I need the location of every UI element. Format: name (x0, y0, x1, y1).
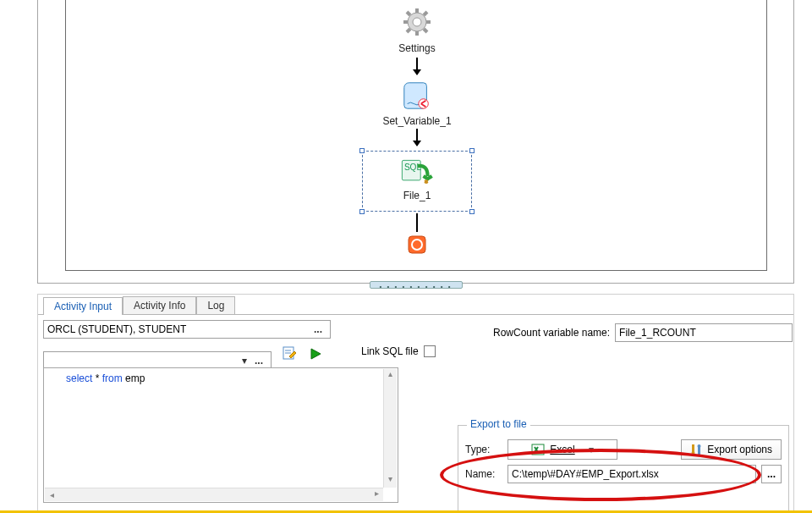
export-fieldset: Export to file Type: Excel ▾ (458, 425, 789, 513)
rowcount-row: RowCount variable name: File_1_RCOUNT (493, 323, 793, 342)
svg-line-6 (407, 12, 410, 15)
run-sql-button[interactable] (304, 345, 326, 363)
sql-export-icon: SQL (399, 156, 435, 186)
node-set-variable-label: Set_Variable_1 (375, 115, 459, 127)
tabs-bar: Activity Input Activity Info Log (38, 295, 793, 315)
dropdown-icon[interactable]: ▾ (239, 355, 250, 367)
connection-browse-button[interactable]: ... (310, 323, 326, 335)
scroll-up-icon[interactable]: ▴ (384, 369, 397, 383)
export-type-combo[interactable]: Excel ▾ (508, 439, 617, 460)
gear-icon (400, 5, 434, 39)
script-icon (401, 80, 433, 112)
scroll-right-icon[interactable]: ▸ (370, 488, 383, 498)
flow-connector-tail (416, 213, 418, 232)
link-sql-label: Link SQL file (361, 345, 419, 357)
rowcount-input[interactable]: File_1_RCOUNT (615, 323, 793, 342)
svg-point-22 (698, 444, 701, 448)
svg-line-7 (424, 29, 427, 32)
export-name-value: C:\temp\#DAY#EMP_Export.xlsx (512, 468, 659, 480)
sql-toolbar: ▾ ... (43, 344, 331, 370)
workflow-canvas-outer: Settings Set_Variable_1 (37, 0, 794, 284)
node-set-variable[interactable]: Set_Variable_1 (375, 80, 459, 127)
bottom-panel: Activity Input Activity Info Log ORCL (S… (37, 294, 794, 512)
tools-icon (690, 444, 702, 455)
tab-activity-input[interactable]: Activity Input (43, 297, 123, 315)
export-options-label: Export options (707, 444, 772, 455)
flow-arrow-1 (416, 58, 418, 74)
node-settings-label: Settings (387, 42, 447, 54)
sql-editor[interactable]: select * from emp ▴ ▾ ◂ ▸ (43, 367, 398, 503)
export-legend: Export to file (467, 418, 530, 430)
svg-rect-18 (532, 444, 544, 455)
export-name-input[interactable]: C:\temp\#DAY#EMP_Export.xlsx (508, 465, 756, 483)
sql-star: * (92, 372, 102, 384)
tab-log[interactable]: Log (196, 296, 235, 314)
connection-row: ORCL (STUDENT), STUDENT ... (43, 320, 331, 339)
link-sql-checkbox[interactable] (424, 345, 436, 357)
excel-icon (531, 443, 545, 456)
sql-keyword-from: from (102, 372, 123, 384)
export-name-browse[interactable]: ... (761, 465, 782, 483)
export-options-button[interactable]: Export options (681, 439, 782, 460)
node-file-label: File_1 (387, 190, 447, 201)
play-icon (309, 347, 322, 361)
node-file[interactable]: SQL File_1 (387, 156, 447, 201)
export-name-label: Name: (465, 468, 502, 480)
svg-point-1 (413, 18, 421, 26)
flow-end-icon[interactable] (408, 235, 426, 254)
edit-script-icon (282, 345, 297, 361)
export-type-label: Type: (465, 444, 502, 455)
export-type-value: Excel (550, 444, 574, 455)
rowcount-value: File_1_RCOUNT (619, 327, 696, 339)
node-settings[interactable]: Settings (387, 5, 447, 54)
sql-scrollbar-horizontal[interactable]: ◂ ▸ (45, 488, 383, 501)
tab-activity-info[interactable]: Activity Info (123, 296, 196, 314)
svg-point-10 (419, 99, 428, 108)
scroll-down-icon[interactable]: ▾ (384, 474, 397, 488)
svg-line-9 (407, 29, 410, 32)
sql-keyword-select: select (66, 372, 92, 384)
flow-arrow-2 (416, 129, 418, 146)
dropdown-icon: ▾ (589, 444, 594, 455)
svg-point-20 (692, 451, 695, 455)
connection-combo[interactable]: ORCL (STUDENT), STUDENT ... (43, 320, 331, 339)
svg-rect-19 (692, 444, 694, 452)
link-sql-row: Link SQL file (361, 345, 436, 357)
svg-line-8 (424, 12, 427, 15)
sql-scrollbar-vertical[interactable]: ▴ ▾ (383, 369, 397, 488)
edit-sql-button[interactable] (277, 344, 301, 362)
splitter-handle[interactable] (37, 281, 794, 290)
flow-container: Settings Set_Variable_1 (66, 0, 766, 270)
tab-body: ORCL (STUDENT), STUDENT ... ▾ ... (38, 315, 793, 511)
sql-table: emp (123, 372, 145, 384)
scroll-left-icon[interactable]: ◂ (45, 490, 58, 499)
rowcount-label: RowCount variable name: (493, 327, 610, 339)
connection-value: ORCL (STUDENT), STUDENT (47, 323, 310, 335)
svg-rect-21 (698, 447, 700, 455)
workflow-canvas[interactable]: Settings Set_Variable_1 (65, 0, 767, 271)
